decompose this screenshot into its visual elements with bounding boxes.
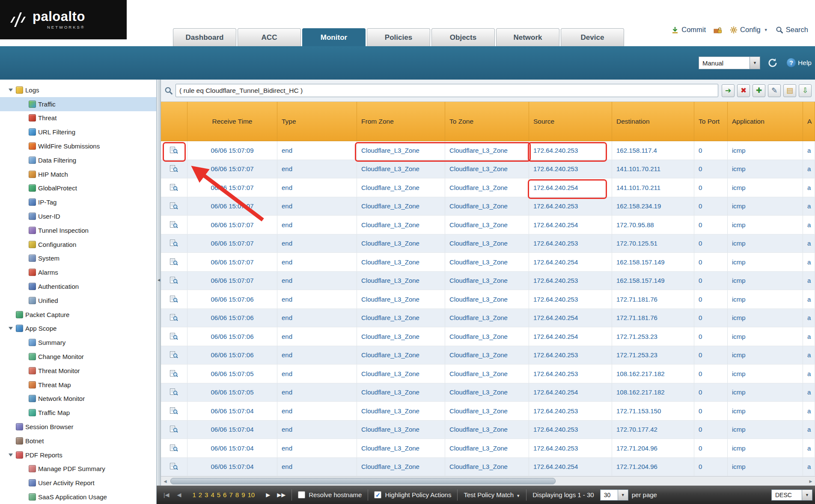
log-detail-icon[interactable] bbox=[170, 407, 178, 415]
sidebar-item-traffic[interactable]: Traffic bbox=[0, 97, 156, 111]
refresh-mode-caret-icon[interactable]: ▼ bbox=[750, 56, 760, 69]
log-row-7[interactable]: 06/06 15:07:07endCloudflare_L3_ZoneCloud… bbox=[161, 253, 815, 272]
highlight-policy-actions-checkbox[interactable] bbox=[374, 491, 381, 498]
log-row-2[interactable]: 06/06 15:07:07endCloudflare_L3_ZoneCloud… bbox=[161, 160, 815, 179]
tab-objects[interactable]: Objects bbox=[431, 28, 495, 46]
log-detail-icon[interactable] bbox=[170, 221, 178, 228]
column-header-receive_time[interactable]: Receive Time bbox=[187, 102, 277, 141]
tree-expander-icon[interactable] bbox=[21, 467, 27, 470]
column-header-from_zone[interactable]: From Zone bbox=[357, 102, 445, 141]
tab-device[interactable]: Device bbox=[561, 28, 624, 46]
tree-expander-icon[interactable] bbox=[21, 299, 27, 302]
log-filter-input[interactable] bbox=[175, 84, 718, 97]
tree-expander-icon[interactable] bbox=[8, 313, 14, 316]
tree-expander-icon[interactable] bbox=[21, 130, 27, 133]
log-detail-icon[interactable] bbox=[170, 277, 178, 284]
column-header-to_zone[interactable]: To Zone bbox=[445, 102, 529, 141]
sidebar-item-session-browser[interactable]: Session Browser bbox=[0, 420, 156, 434]
sidebar-item-threat[interactable]: Threat bbox=[0, 111, 156, 125]
tree-expander-icon[interactable] bbox=[21, 215, 27, 218]
log-row-17[interactable]: 06/06 15:07:04endCloudflare_L3_ZoneCloud… bbox=[161, 439, 815, 458]
column-header-detail[interactable] bbox=[161, 102, 187, 141]
sidebar-item-system[interactable]: System bbox=[0, 252, 156, 266]
sidebar-item-pdf-reports[interactable]: PDF Reports bbox=[0, 448, 156, 462]
refresh-icon[interactable] bbox=[767, 57, 778, 68]
log-detail-icon[interactable] bbox=[170, 333, 178, 340]
sidebar-item-summary[interactable]: Summary bbox=[0, 335, 156, 350]
log-row-3[interactable]: 06/06 15:07:07endCloudflare_L3_ZoneCloud… bbox=[161, 178, 815, 197]
column-header-source[interactable]: Source bbox=[529, 102, 612, 141]
tree-expander-icon[interactable] bbox=[21, 116, 27, 119]
log-row-9[interactable]: 06/06 15:07:06endCloudflare_L3_ZoneCloud… bbox=[161, 290, 815, 309]
per-page-caret-icon[interactable]: ▼ bbox=[618, 489, 628, 501]
sort-order-caret-icon[interactable]: ▼ bbox=[802, 489, 812, 501]
log-detail-icon[interactable] bbox=[170, 258, 178, 266]
log-detail-icon[interactable] bbox=[170, 240, 178, 247]
sidebar-item-logs[interactable]: Logs bbox=[0, 83, 156, 97]
page-number-4[interactable]: 4 bbox=[211, 491, 214, 498]
sidebar-item-hip-match[interactable]: HIP Match bbox=[0, 167, 156, 181]
sidebar-item-tunnel-inspection[interactable]: Tunnel Inspection bbox=[0, 223, 156, 237]
page-number-3[interactable]: 3 bbox=[205, 491, 208, 498]
load-filter-button[interactable]: ▤ bbox=[783, 84, 796, 97]
sidebar-item-network-monitor[interactable]: Network Monitor bbox=[0, 392, 156, 406]
help-button[interactable]: ? Help bbox=[787, 58, 812, 67]
log-row-6[interactable]: 06/06 15:07:07endCloudflare_L3_ZoneCloud… bbox=[161, 234, 815, 253]
log-detail-icon[interactable] bbox=[170, 370, 178, 377]
log-detail-icon[interactable] bbox=[170, 388, 178, 396]
test-policy-match-button[interactable]: Test Policy Match ▼ bbox=[464, 491, 520, 498]
scroll-right-icon[interactable]: ▶ bbox=[806, 479, 815, 483]
sidebar-item-change-monitor[interactable]: Change Monitor bbox=[0, 350, 156, 364]
tree-expander-icon[interactable] bbox=[21, 383, 27, 386]
tree-expander-icon[interactable] bbox=[8, 439, 14, 442]
sidebar-item-unified[interactable]: Unified bbox=[0, 294, 156, 308]
log-detail-icon[interactable] bbox=[170, 463, 178, 470]
search-button[interactable]: Search bbox=[776, 26, 808, 34]
page-number-2[interactable]: 2 bbox=[199, 491, 202, 498]
sidebar-splitter[interactable]: ◀ bbox=[157, 80, 161, 486]
scroll-left-icon[interactable]: ◀ bbox=[161, 479, 170, 483]
column-header-to_port[interactable]: To Port bbox=[694, 102, 728, 141]
tab-network[interactable]: Network bbox=[496, 28, 559, 46]
scrollbar-thumb[interactable] bbox=[170, 478, 556, 484]
resolve-hostname-checkbox[interactable] bbox=[298, 491, 305, 498]
sidebar-item-authentication[interactable]: Authentication bbox=[0, 279, 156, 294]
log-detail-icon[interactable] bbox=[170, 147, 178, 154]
sidebar-item-url-filtering[interactable]: URL Filtering bbox=[0, 125, 156, 139]
tree-expander-icon[interactable] bbox=[21, 271, 27, 274]
tree-expander-icon[interactable] bbox=[21, 285, 27, 288]
sidebar-item-data-filtering[interactable]: Data Filtering bbox=[0, 153, 156, 167]
log-row-11[interactable]: 06/06 15:07:06endCloudflare_L3_ZoneCloud… bbox=[161, 327, 815, 346]
column-header-action[interactable]: A bbox=[803, 102, 815, 141]
save-filter-button[interactable]: ✎ bbox=[768, 84, 781, 97]
sidebar-item-traffic-map[interactable]: Traffic Map bbox=[0, 406, 156, 420]
tree-expander-icon[interactable] bbox=[21, 355, 27, 358]
log-row-18[interactable]: 06/06 15:07:04endCloudflare_L3_ZoneCloud… bbox=[161, 458, 815, 477]
tree-expander-icon[interactable] bbox=[21, 145, 27, 148]
scrollbar-track[interactable] bbox=[170, 477, 806, 486]
tree-expander-icon[interactable] bbox=[21, 341, 27, 344]
sidebar-item-packet-capture[interactable]: Packet Capture bbox=[0, 308, 156, 322]
log-row-1[interactable]: 06/06 15:07:09endCloudflare_L3_ZoneCloud… bbox=[161, 141, 815, 160]
log-detail-icon[interactable] bbox=[170, 445, 178, 452]
tree-expander-icon[interactable] bbox=[21, 243, 27, 246]
column-header-application[interactable]: Application bbox=[728, 102, 803, 141]
page-number-10[interactable]: 10 bbox=[247, 491, 255, 498]
log-detail-icon[interactable] bbox=[170, 202, 178, 210]
commit-button[interactable]: Commit bbox=[671, 26, 706, 34]
sidebar-item-manage-pdf-summary[interactable]: Manage PDF Summary bbox=[0, 462, 156, 476]
sidebar-collapse-icon[interactable]: ◀ bbox=[157, 268, 161, 292]
lock-button[interactable] bbox=[714, 26, 722, 34]
sidebar-item-alarms[interactable]: Alarms bbox=[0, 265, 156, 279]
log-detail-icon[interactable] bbox=[170, 165, 178, 172]
apply-filter-button[interactable]: ➔ bbox=[722, 84, 735, 97]
sidebar-item-wildfire-submissions[interactable]: WildFire Submissions bbox=[0, 139, 156, 153]
add-filter-button[interactable]: ✚ bbox=[753, 84, 765, 97]
log-row-14[interactable]: 06/06 15:07:05endCloudflare_L3_ZoneCloud… bbox=[161, 383, 815, 402]
log-row-12[interactable]: 06/06 15:07:06endCloudflare_L3_ZoneCloud… bbox=[161, 346, 815, 365]
refresh-mode-select[interactable]: Manual ▼ bbox=[699, 56, 760, 69]
log-detail-icon[interactable] bbox=[170, 296, 178, 303]
page-number-9[interactable]: 9 bbox=[241, 491, 245, 498]
page-number-5[interactable]: 5 bbox=[217, 491, 220, 498]
tree-expander-icon[interactable] bbox=[8, 454, 14, 457]
